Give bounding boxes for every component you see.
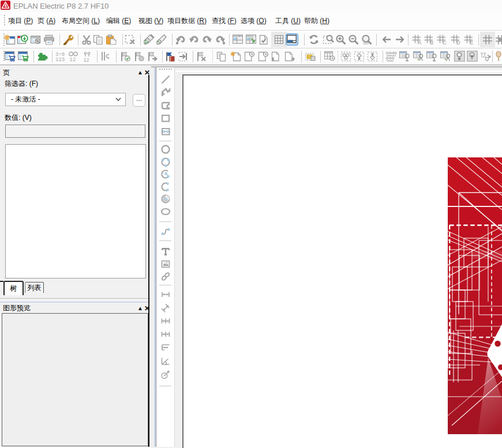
svg-text:12: 12 xyxy=(83,57,89,62)
svg-text:D: D xyxy=(456,39,460,45)
svg-text:E: E xyxy=(470,39,473,45)
svg-text:12: 12 xyxy=(69,57,76,62)
svg-text:B: B xyxy=(430,39,433,45)
svg-text:123: 123 xyxy=(55,57,65,62)
svg-text:C: C xyxy=(443,39,447,45)
svg-text:A: A xyxy=(418,39,422,45)
